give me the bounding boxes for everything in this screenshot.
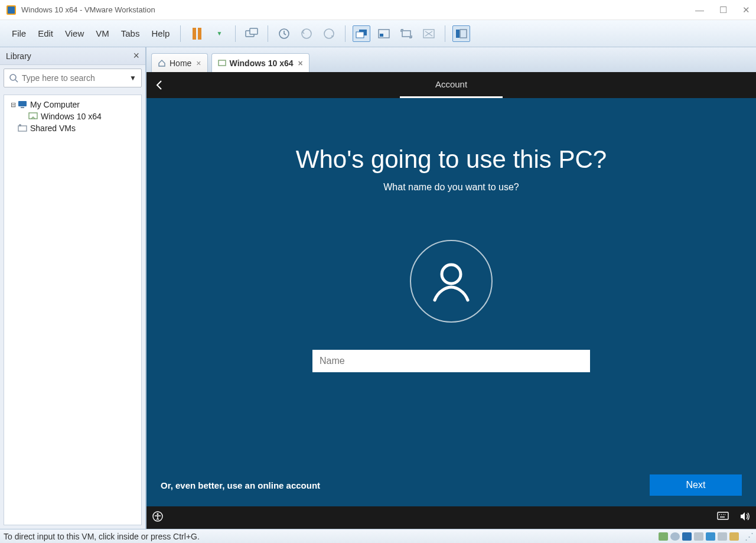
library-sidebar: Library × ▼ ⊟ My Computer Windo bbox=[0, 47, 146, 529]
svg-rect-11 bbox=[402, 31, 410, 37]
library-title: Library bbox=[6, 51, 31, 61]
tab-close-button[interactable]: × bbox=[196, 58, 201, 68]
manage-snapshots-button[interactable] bbox=[320, 25, 338, 42]
search-dropdown-button[interactable]: ▼ bbox=[129, 74, 136, 82]
accessibility-icon bbox=[152, 511, 163, 522]
tab-windows10[interactable]: Windows 10 x64 × bbox=[211, 53, 309, 72]
svg-point-20 bbox=[19, 124, 21, 126]
svg-rect-13 bbox=[456, 30, 460, 38]
menu-help[interactable]: Help bbox=[145, 25, 175, 42]
tray-printer-icon[interactable] bbox=[694, 532, 703, 541]
library-toggle-button[interactable] bbox=[452, 25, 470, 42]
guest-next-button[interactable]: Next bbox=[650, 474, 742, 496]
tree-node-shared-vms[interactable]: Shared VMs bbox=[6, 122, 139, 134]
ease-of-access-button[interactable] bbox=[152, 511, 163, 524]
guest-content: Who's going to use this PC? What name do… bbox=[146, 98, 756, 506]
toolbar-divider bbox=[235, 25, 236, 42]
keyboard-icon bbox=[717, 512, 729, 520]
vm-icon bbox=[218, 60, 226, 67]
guest-online-account-link[interactable]: Or, even better, use an online account bbox=[161, 480, 320, 490]
svg-rect-18 bbox=[29, 113, 37, 119]
tree-collapse-icon[interactable]: ⊟ bbox=[9, 101, 17, 109]
toolbar-divider bbox=[180, 25, 181, 42]
tray-cd-icon[interactable] bbox=[670, 532, 680, 541]
guest-footbar bbox=[146, 506, 756, 529]
thumbnail-view-button[interactable] bbox=[375, 25, 393, 42]
shared-icon bbox=[17, 124, 28, 132]
toolbar-divider bbox=[268, 25, 268, 42]
chevron-down-icon: ▼ bbox=[216, 30, 222, 37]
window-maximize-button[interactable]: ☐ bbox=[719, 5, 727, 14]
vm-view[interactable]: Account Who's going to use this PC? What… bbox=[146, 72, 756, 529]
guest-avatar bbox=[410, 240, 493, 323]
volume-button[interactable] bbox=[739, 512, 750, 524]
library-search-input[interactable] bbox=[22, 73, 129, 83]
library-search[interactable]: ▼ bbox=[4, 69, 142, 87]
device-tray: ⋰ bbox=[659, 531, 752, 542]
guest-heading: Who's going to use this PC? bbox=[296, 145, 607, 174]
guest-section-account[interactable]: Account bbox=[400, 72, 503, 98]
tray-sound-icon[interactable] bbox=[718, 532, 727, 541]
tab-home[interactable]: Home × bbox=[151, 53, 208, 72]
tabstrip: Home × Windows 10 x64 × bbox=[146, 47, 756, 72]
menu-file[interactable]: File bbox=[6, 25, 32, 42]
app-icon bbox=[6, 5, 17, 15]
svg-rect-8 bbox=[356, 32, 364, 38]
unity-mode-button[interactable] bbox=[420, 25, 438, 42]
svg-point-22 bbox=[442, 265, 461, 284]
keyboard-layout-button[interactable] bbox=[717, 512, 729, 524]
keyboard-icon bbox=[245, 28, 258, 40]
menu-edit[interactable]: Edit bbox=[32, 25, 59, 42]
library-tree: ⊟ My Computer Windows 10 x64 Shared VMs bbox=[4, 95, 142, 525]
tree-spacer bbox=[9, 125, 17, 132]
tab-close-button[interactable]: × bbox=[298, 58, 303, 68]
fullscreen-icon bbox=[400, 29, 412, 38]
resize-grip-icon[interactable]: ⋰ bbox=[745, 531, 752, 542]
speaker-icon bbox=[739, 512, 750, 521]
status-hint: To direct input to this VM, click inside… bbox=[4, 532, 200, 541]
menu-vm[interactable]: VM bbox=[90, 25, 115, 42]
computer-icon bbox=[17, 100, 28, 109]
tree-node-windows10[interactable]: Windows 10 x64 bbox=[6, 110, 139, 122]
clock-icon bbox=[278, 28, 290, 40]
svg-point-15 bbox=[10, 74, 16, 80]
tray-usb-icon[interactable] bbox=[706, 532, 715, 541]
statusbar: To direct input to this VM, click inside… bbox=[0, 529, 756, 543]
console-icon bbox=[356, 29, 367, 38]
tray-harddisk-icon[interactable] bbox=[659, 532, 668, 541]
svg-rect-1 bbox=[8, 6, 15, 14]
tree-label: My Computer bbox=[30, 100, 80, 109]
revert-snapshot-button[interactable] bbox=[298, 25, 315, 42]
menu-tabs[interactable]: Tabs bbox=[115, 25, 146, 42]
pause-vm-button[interactable] bbox=[188, 25, 206, 42]
tab-label: Windows 10 x64 bbox=[230, 58, 294, 68]
svg-point-5 bbox=[302, 29, 311, 38]
send-ctrl-alt-del-button[interactable] bbox=[243, 25, 260, 42]
library-close-button[interactable]: × bbox=[133, 50, 139, 62]
tray-network-icon[interactable] bbox=[682, 532, 692, 541]
svg-rect-3 bbox=[250, 28, 258, 34]
window-close-button[interactable]: ✕ bbox=[742, 5, 750, 14]
vm-icon bbox=[28, 112, 38, 121]
svg-rect-25 bbox=[718, 512, 728, 519]
user-icon bbox=[428, 258, 475, 305]
clock-manage-icon bbox=[323, 28, 335, 40]
show-console-button[interactable] bbox=[353, 25, 370, 42]
library-header: Library × bbox=[0, 47, 145, 65]
snapshot-button[interactable] bbox=[275, 25, 293, 42]
window-minimize-button[interactable]: — bbox=[695, 5, 704, 14]
window-titlebar: Windows 10 x64 - VMware Workstation — ☐ … bbox=[0, 0, 756, 20]
tray-shared-folder-icon[interactable] bbox=[729, 532, 739, 541]
power-dropdown-button[interactable]: ▼ bbox=[210, 25, 228, 42]
tree-node-my-computer[interactable]: ⊟ My Computer bbox=[6, 99, 139, 110]
menubar: File Edit View VM Tabs Help ▼ bbox=[0, 20, 756, 47]
guest-subheading: What name do you want to use? bbox=[383, 182, 519, 193]
menu-view[interactable]: View bbox=[59, 25, 90, 42]
toolbar-divider bbox=[445, 25, 445, 42]
fullscreen-button[interactable] bbox=[397, 25, 415, 42]
toolbar-divider bbox=[345, 25, 346, 42]
tree-label: Windows 10 x64 bbox=[41, 112, 102, 121]
tree-label: Shared VMs bbox=[30, 123, 76, 133]
tab-label: Home bbox=[170, 58, 191, 68]
guest-name-input[interactable] bbox=[312, 350, 590, 372]
